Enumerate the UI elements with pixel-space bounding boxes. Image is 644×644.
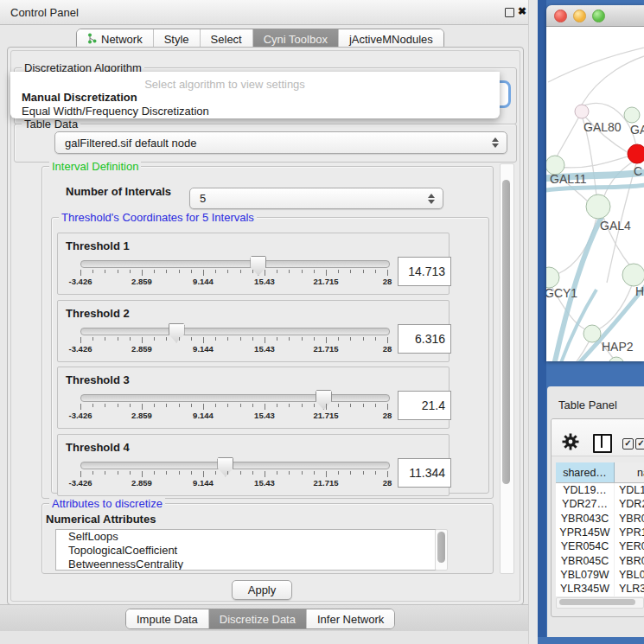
table-row[interactable]: YDR27…YDR2: [556, 497, 644, 511]
table-row[interactable]: YBR043CYBR0: [556, 512, 644, 526]
slider-track[interactable]: [80, 328, 390, 335]
attribute-list-item[interactable]: SelfLoops: [56, 530, 436, 544]
tick-mark: [252, 337, 253, 341]
network-node-label: GCY1: [546, 286, 577, 300]
close-icon[interactable]: ✖: [518, 5, 526, 17]
tick-mark: [215, 404, 216, 407]
tab-label: Style: [164, 33, 189, 46]
tick-mark: [350, 404, 351, 407]
tick-mark: [215, 270, 216, 273]
group-title: Table Data: [22, 118, 80, 131]
tab-discretize-data[interactable]: Discretize Data: [209, 609, 307, 628]
tick-mark: [154, 270, 155, 273]
tick-mark: [277, 404, 277, 407]
tick-mark: [227, 270, 228, 273]
slider-track[interactable]: [80, 260, 390, 268]
tick-label: 9.144: [193, 277, 214, 286]
tick-mark: [265, 404, 265, 410]
tick-mark: [375, 404, 376, 407]
tick-mark: [289, 471, 290, 475]
tick-label: 21.715: [313, 344, 338, 354]
threshold-value-field[interactable]: 6.316: [398, 324, 451, 354]
tick-mark: [191, 270, 192, 273]
threshold-value-field[interactable]: 14.713: [398, 257, 451, 286]
minimize-traffic-light-icon[interactable]: [573, 10, 586, 22]
table-row[interactable]: YER054CYER0: [556, 539, 644, 553]
column-header-shared-name[interactable]: shared…: [556, 462, 615, 482]
tick-mark: [252, 471, 253, 475]
network-view-window[interactable]: GAL80GACGAL11GAL4GCY1HHAP2: [546, 5, 644, 361]
network-node[interactable]: [546, 267, 559, 288]
tick-label: 2.859: [131, 344, 152, 354]
table-row[interactable]: YIL052CYIL0: [556, 596, 644, 596]
tick-mark: [240, 404, 241, 407]
cell-shared-name: YBL079W: [556, 568, 615, 582]
network-window-titlebar[interactable]: [546, 5, 644, 27]
algorithm-option[interactable]: Manual Discretization: [22, 91, 137, 104]
column-header-name[interactable]: na: [615, 462, 644, 482]
threshold-value-field[interactable]: 21.4: [398, 391, 451, 420]
close-traffic-light-icon[interactable]: [554, 10, 567, 22]
tick-mark: [227, 404, 228, 407]
tick-mark: [142, 337, 143, 343]
network-node[interactable]: [609, 357, 624, 361]
table-row[interactable]: YPR145WYPR1: [556, 526, 644, 539]
network-node[interactable]: [586, 194, 610, 219]
tick-mark: [191, 404, 192, 407]
apply-button[interactable]: Apply: [232, 580, 292, 600]
attribute-list-item[interactable]: BetweennessCentrality: [56, 558, 436, 571]
slider-track[interactable]: [80, 394, 390, 402]
content-scrollbar[interactable]: [500, 163, 514, 574]
threshold-box: Threshold 1-3.4262.8599.14415.4321.71528…: [57, 233, 450, 295]
network-node[interactable]: [575, 105, 589, 118]
gear-icon[interactable]: [562, 433, 579, 450]
tick-label: -3.426: [69, 478, 92, 488]
slider-track[interactable]: [80, 462, 390, 469]
algorithm-option[interactable]: Equal Width/Frequency Discretization: [22, 105, 209, 118]
network-node-label: H: [635, 284, 644, 298]
network-node[interactable]: [628, 144, 644, 163]
threshold-value-field[interactable]: 11.344: [398, 458, 451, 488]
node-table[interactable]: shared… na YDL19…YDL1YDR27…YDR2YBR043CYB…: [556, 462, 644, 596]
tab-impute-data[interactable]: Impute Data: [126, 609, 209, 628]
checkbox-icon[interactable]: ✓: [635, 438, 644, 450]
checkbox-icon[interactable]: ✓: [622, 438, 634, 450]
bottom-tabbar: Impute DataDiscretize DataInfer Network: [125, 609, 395, 629]
zoom-traffic-light-icon[interactable]: [592, 10, 605, 22]
cell-shared-name: YLR345W: [556, 582, 615, 596]
network-node[interactable]: [583, 325, 601, 342]
number-of-intervals-combo[interactable]: 5: [189, 188, 443, 209]
attributes-list[interactable]: SelfLoopsTopologicalCoefficientBetweenne…: [55, 529, 437, 571]
tick-mark: [314, 471, 315, 475]
tick-mark: [80, 404, 81, 410]
cell-name: YBR0: [615, 512, 644, 526]
cell-shared-name: YBR045C: [556, 553, 615, 567]
table-horizontal-scrollbar[interactable]: [556, 597, 644, 609]
tick-mark: [240, 337, 241, 341]
tick-mark: [252, 270, 253, 273]
tick-mark: [302, 404, 303, 407]
panel-divider: [528, 0, 529, 644]
table-data-combo[interactable]: galFiltered.sif default node: [54, 131, 507, 154]
tick-label: 9.144: [193, 478, 214, 488]
table-panel-title: Table Panel: [558, 399, 617, 411]
network-node[interactable]: [622, 264, 644, 286]
table-row[interactable]: YDL19…YDL1: [556, 483, 644, 497]
table-row[interactable]: YBL079WYBL0: [556, 568, 644, 582]
float-window-icon[interactable]: [505, 8, 514, 17]
tick-label: 21.715: [313, 478, 338, 488]
tick-mark: [92, 337, 93, 341]
network-canvas[interactable]: GAL80GACGAL11GAL4GCY1HHAP2: [546, 27, 644, 361]
tick-mark: [277, 270, 277, 273]
tick-mark: [326, 337, 327, 343]
tick-mark: [314, 337, 315, 341]
attributes-list-scrollbar[interactable]: [435, 529, 448, 571]
tab-infer-network[interactable]: Infer Network: [307, 609, 394, 628]
tick-mark: [277, 337, 277, 341]
table-row[interactable]: YLR345WYLR3: [556, 582, 644, 596]
attribute-list-item[interactable]: TopologicalCoefficient: [56, 544, 436, 558]
table-row[interactable]: YBR045CYBR0: [556, 553, 644, 567]
split-view-icon[interactable]: [593, 434, 612, 453]
network-node[interactable]: [624, 107, 640, 123]
cell-shared-name: YPR145W: [556, 526, 615, 539]
